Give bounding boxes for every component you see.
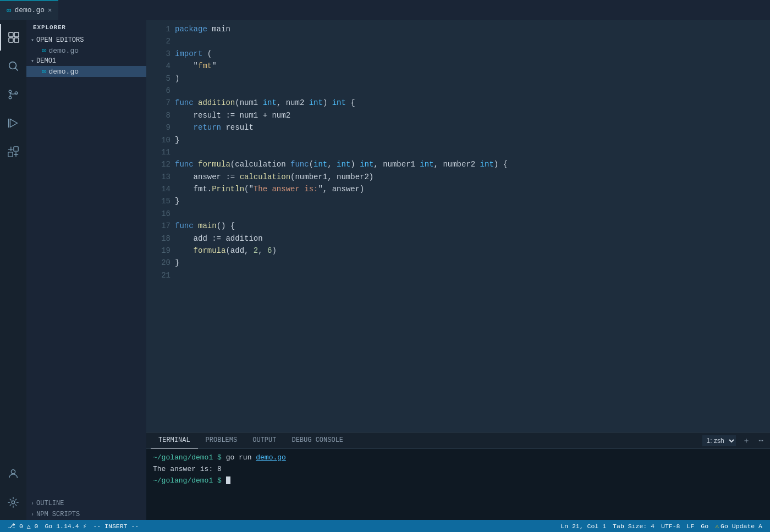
line-numbers: 1 2 3 4 5 6 7 8 9 10 11 12 13 14 15 16 1… [146, 20, 175, 432]
terminal-line-3: ~/golang/demo1 $ [153, 475, 763, 487]
status-go-update[interactable]: ⚠ Go Update A [712, 520, 766, 532]
tab-label: demo.go [14, 6, 45, 14]
terminal-prompt-1: ~/golang/demo1 $ [153, 453, 226, 462]
outline-label: OUTLINE [36, 500, 64, 507]
status-encoding[interactable]: UTF-8 [658, 520, 684, 532]
activity-extensions[interactable] [0, 138, 26, 165]
open-editors-label: OPEN EDITORS [36, 36, 84, 44]
status-go-update-text: Go Update A [721, 523, 762, 530]
status-go-update-icon: ⚠ [715, 522, 719, 530]
code-content[interactable]: package main import ( "fmt" ) func addit… [175, 20, 770, 432]
status-eol-text: LF [687, 523, 695, 530]
terminal-prompt-2: ~/golang/demo1 $ [153, 476, 226, 485]
svg-rect-11 [8, 152, 13, 157]
svg-rect-1 [14, 32, 19, 37]
shell-selector[interactable]: 1: zsh [702, 435, 736, 446]
sidebar-title: EXPLORER [26, 20, 146, 35]
sidebar-item-demo-go-open[interactable]: ∞ demo.go [26, 45, 146, 56]
status-git[interactable]: ⎇ 0 △ 0 [4, 520, 41, 532]
activity-account[interactable] [0, 461, 26, 487]
status-language[interactable]: Go [697, 520, 712, 532]
sidebar-open-file-label: demo.go [48, 47, 79, 55]
tab-terminal[interactable]: TERMINAL [151, 433, 198, 449]
status-bar: ⎇ 0 △ 0 Go 1.14.4 ⚡ -- INSERT -- Ln 21, … [0, 520, 770, 532]
sidebar-item-demo-go[interactable]: ∞ demo.go [26, 66, 146, 77]
status-encoding-text: UTF-8 [661, 523, 680, 530]
sidebar-file-label: demo.go [48, 68, 79, 76]
chevron-down-icon: ▾ [31, 37, 34, 43]
status-position-text: Ln 21, Col 1 [560, 523, 606, 530]
activity-settings[interactable] [0, 489, 26, 516]
svg-rect-2 [9, 38, 13, 42]
svg-point-14 [12, 501, 15, 504]
activity-run[interactable] [0, 110, 26, 136]
terminal-tabs: TERMINAL PROBLEMS OUTPUT DEBUG CONSOLE 1… [146, 433, 770, 449]
status-eol[interactable]: LF [684, 520, 698, 532]
sidebar-section-open-editors[interactable]: ▾ OPEN EDITORS [26, 35, 146, 45]
go-file-icon: ∞ [7, 6, 11, 15]
go-file-icon-2: ∞ [42, 67, 46, 76]
editor-area: 1 2 3 4 5 6 7 8 9 10 11 12 13 14 15 16 1… [146, 20, 770, 520]
svg-point-7 [9, 96, 12, 99]
status-tab-size-text: Tab Size: 4 [613, 523, 654, 530]
terminal-line-2: The answer is: 8 [153, 464, 763, 475]
status-git-text: ⎇ 0 △ 0 [8, 522, 38, 530]
activity-source-control[interactable] [0, 81, 26, 108]
terminal-cmd-text: go run [226, 453, 256, 462]
chevron-right-icon: › [31, 501, 34, 507]
tab-close-button[interactable]: ✕ [48, 6, 52, 14]
new-terminal-button[interactable]: ＋ [740, 435, 752, 447]
status-position[interactable]: Ln 21, Col 1 [557, 520, 609, 532]
terminal-actions: 1: zsh ＋ ⋯ [702, 435, 766, 447]
tab-problems[interactable]: PROBLEMS [198, 433, 245, 449]
terminal-panel: TERMINAL PROBLEMS OUTPUT DEBUG CONSOLE 1… [146, 432, 770, 520]
sidebar-npm-scripts[interactable]: › NPM SCRIPTS [26, 509, 146, 520]
terminal-content[interactable]: ~/golang/demo1 $ go run demo.go The answ… [146, 449, 770, 520]
svg-rect-0 [9, 32, 13, 37]
tab-bar: ∞ demo.go ✕ [0, 0, 770, 20]
demo1-label: DEMO1 [36, 57, 56, 65]
status-tab-size[interactable]: Tab Size: 4 [609, 520, 658, 532]
svg-line-5 [15, 68, 18, 70]
activity-bar [0, 20, 26, 520]
status-go-version[interactable]: Go 1.14.4 ⚡ [41, 520, 90, 532]
status-go-version-text: Go 1.14.4 ⚡ [45, 522, 86, 530]
status-mode-text: -- INSERT -- [93, 523, 139, 530]
terminal-line-1: ~/golang/demo1 $ go run demo.go [153, 452, 763, 464]
status-language-text: Go [701, 523, 708, 530]
problems-tab-label: PROBLEMS [206, 436, 238, 444]
sidebar: EXPLORER ▾ OPEN EDITORS ∞ demo.go ▾ DEMO… [26, 20, 146, 520]
tab-debug-console[interactable]: DEBUG CONSOLE [284, 433, 351, 449]
code-editor[interactable]: 1 2 3 4 5 6 7 8 9 10 11 12 13 14 15 16 1… [146, 20, 770, 432]
go-file-icon: ∞ [42, 46, 46, 55]
sidebar-bottom: › OUTLINE › NPM SCRIPTS [26, 498, 146, 520]
debug-console-tab-label: DEBUG CONSOLE [292, 436, 343, 444]
svg-marker-9 [10, 119, 18, 128]
tab-output[interactable]: OUTPUT [245, 433, 284, 449]
terminal-output: The answer is: 8 [153, 465, 222, 473]
chevron-down-icon-2: ▾ [31, 58, 34, 64]
more-terminal-actions[interactable]: ⋯ [757, 435, 766, 446]
tab-demo-go[interactable]: ∞ demo.go ✕ [0, 0, 58, 20]
status-bar-right: Ln 21, Col 1 Tab Size: 4 UTF-8 LF Go ⚠ G… [557, 520, 766, 532]
terminal-cmd-file: demo.go [256, 453, 286, 462]
terminal-tab-label: TERMINAL [158, 436, 190, 444]
activity-search[interactable] [0, 53, 26, 79]
status-mode[interactable]: -- INSERT -- [90, 520, 142, 532]
npm-scripts-label: NPM SCRIPTS [36, 511, 80, 518]
terminal-cursor [226, 476, 230, 484]
svg-rect-12 [14, 147, 18, 151]
svg-rect-3 [14, 38, 19, 42]
chevron-right-icon-2: › [31, 512, 34, 518]
main-layout: EXPLORER ▾ OPEN EDITORS ∞ demo.go ▾ DEMO… [0, 20, 770, 520]
sidebar-section-demo1[interactable]: ▾ DEMO1 [26, 56, 146, 66]
svg-point-6 [9, 90, 12, 93]
sidebar-outline[interactable]: › OUTLINE [26, 498, 146, 509]
output-tab-label: OUTPUT [252, 436, 276, 444]
activity-explorer[interactable] [0, 24, 26, 51]
svg-point-13 [11, 470, 15, 474]
